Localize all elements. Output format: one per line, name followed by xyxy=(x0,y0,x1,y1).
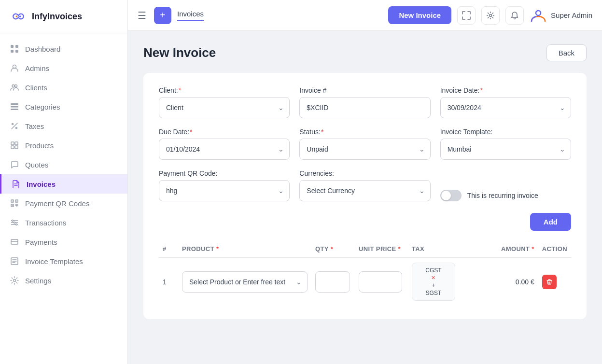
svg-rect-0 xyxy=(11,45,14,48)
sidebar-item-payment-qr-codes[interactable]: Payment QR Codes xyxy=(0,194,127,213)
trash-icon xyxy=(546,279,553,285)
invoice-date-wrapper: ⌄ xyxy=(440,97,571,118)
sidebar-item-invoice-templates[interactable]: Invoice Templates xyxy=(0,252,127,271)
tax-cgst-label: CGST xyxy=(425,267,441,274)
svg-rect-8 xyxy=(11,106,18,108)
svg-point-40 xyxy=(490,14,492,16)
main-area: ☰ + Invoices New Invoice Super Admin New… xyxy=(128,0,602,364)
sidebar-item-label: Payments xyxy=(25,238,57,246)
delete-row-button[interactable] xyxy=(542,275,557,289)
payment-qr-select[interactable]: hhg xyxy=(159,180,290,201)
sidebar-item-label: Settings xyxy=(25,277,51,285)
sidebar-nav: Dashboard Admins Clients Categories Taxe… xyxy=(0,33,127,364)
sidebar-item-dashboard[interactable]: Dashboard xyxy=(0,39,127,58)
status-field-group: Status:* Unpaid Paid ⌄ xyxy=(299,128,430,160)
invoice-num-input[interactable] xyxy=(299,97,430,118)
tax-plus-label: + xyxy=(432,282,435,289)
svg-rect-2 xyxy=(11,50,14,53)
svg-rect-14 xyxy=(11,146,14,149)
new-invoice-button[interactable]: New Invoice xyxy=(388,6,451,24)
sidebar-item-categories[interactable]: Categories xyxy=(0,97,127,116)
back-button[interactable]: Back xyxy=(546,44,587,61)
sidebar-item-label: Invoice Templates xyxy=(25,257,83,266)
invoice-template-select-wrapper: Mumbai ⌄ xyxy=(440,139,571,160)
tax-cell: CGST ✕ + SGST xyxy=(408,258,485,306)
bell-icon xyxy=(510,11,519,20)
sidebar: InfyInvoices Dashboard Admins Clients Ca… xyxy=(0,0,128,364)
sidebar-item-admins[interactable]: Admins xyxy=(0,58,127,78)
svg-point-39 xyxy=(14,280,16,282)
quotes-icon xyxy=(10,160,19,169)
invoice-template-select[interactable]: Mumbai xyxy=(440,139,571,160)
table-row: 1 Select Product or Enter free text ⌄ xyxy=(159,258,571,306)
svg-rect-21 xyxy=(12,201,13,202)
taxes-icon xyxy=(10,121,19,131)
sidebar-item-payments[interactable]: Payments xyxy=(0,232,127,252)
svg-rect-15 xyxy=(15,146,18,149)
page-title: New Invoice xyxy=(143,45,216,60)
currencies-select[interactable]: Select Currency xyxy=(299,180,430,201)
sidebar-item-label: Payment QR Codes xyxy=(25,199,89,208)
tax-x-icon: ✕ xyxy=(431,275,435,281)
currencies-field-group: Currencies: Select Currency ⌄ xyxy=(299,169,430,201)
sidebar-item-taxes[interactable]: Taxes xyxy=(0,116,127,136)
invoices-tab[interactable]: Invoices xyxy=(177,10,204,21)
form-row-3: Payment QR Code: hhg ⌄ Currencies: Selec… xyxy=(159,169,571,201)
invoice-date-input[interactable] xyxy=(440,97,571,118)
payments-icon xyxy=(10,237,19,247)
add-product-button[interactable]: Add xyxy=(530,213,571,231)
svg-point-30 xyxy=(12,220,14,222)
transactions-icon xyxy=(10,218,19,227)
invoice-templates-icon xyxy=(10,256,19,266)
sidebar-item-transactions[interactable]: Transactions xyxy=(0,213,127,232)
sidebar-item-label: Taxes xyxy=(25,122,44,130)
invoice-template-label: Invoice Template: xyxy=(440,128,571,136)
sidebar-item-invoices[interactable]: Invoices xyxy=(0,174,127,194)
col-header-amount: AMOUNT * xyxy=(485,240,538,258)
sidebar-item-label: Quotes xyxy=(25,161,48,169)
payment-qr-icon xyxy=(10,198,19,208)
product-cell: Select Product or Enter free text ⌄ xyxy=(178,258,311,306)
add-tab-button[interactable]: + xyxy=(154,7,171,24)
svg-rect-9 xyxy=(11,109,18,110)
gear-icon xyxy=(486,11,495,20)
svg-rect-1 xyxy=(15,45,18,48)
payment-qr-label: Payment QR Code: xyxy=(159,169,290,177)
invoice-table: # PRODUCT * QTY * UNIT PRICE * xyxy=(159,240,571,306)
sidebar-item-quotes[interactable]: Quotes xyxy=(0,155,127,174)
sidebar-item-clients[interactable]: Clients xyxy=(0,78,127,97)
row-num: 1 xyxy=(159,258,178,306)
settings-button[interactable] xyxy=(481,6,500,25)
menu-icon[interactable]: ☰ xyxy=(138,10,146,21)
svg-rect-3 xyxy=(15,50,18,53)
col-header-product: PRODUCT * xyxy=(178,240,311,258)
invoice-num-field-group: Invoice # xyxy=(299,86,430,118)
due-date-label: Due Date:* xyxy=(159,128,290,136)
table-header-row: # PRODUCT * QTY * UNIT PRICE * xyxy=(159,240,571,258)
user-avatar[interactable]: Super Admin xyxy=(530,7,592,24)
avatar-icon xyxy=(530,7,547,24)
unit-price-cell xyxy=(355,258,408,306)
action-cell xyxy=(538,258,571,306)
notifications-button[interactable] xyxy=(505,6,524,25)
client-select[interactable]: Client xyxy=(159,97,290,118)
qty-input[interactable] xyxy=(315,271,350,293)
product-select-wrapper: Select Product or Enter free text ⌄ xyxy=(182,271,308,293)
svg-rect-13 xyxy=(15,142,18,145)
sidebar-item-label: Dashboard xyxy=(25,45,60,53)
sidebar-item-products[interactable]: Products xyxy=(0,136,127,155)
due-date-input[interactable] xyxy=(159,139,290,160)
product-select[interactable]: Select Product or Enter free text xyxy=(182,271,308,293)
currencies-select-wrapper: Select Currency ⌄ xyxy=(299,180,430,201)
recurring-toggle[interactable] xyxy=(440,190,462,201)
status-select[interactable]: Unpaid Paid xyxy=(299,139,430,160)
products-icon xyxy=(10,140,19,150)
due-date-field-group: Due Date:* ⌄ xyxy=(159,128,290,160)
client-select-wrapper: Client ⌄ xyxy=(159,97,290,118)
client-field-group: Client:* Client ⌄ xyxy=(159,86,290,118)
recurring-label: This is recurring invoice xyxy=(467,192,538,199)
sidebar-item-settings[interactable]: Settings xyxy=(0,271,127,290)
fullscreen-button[interactable] xyxy=(457,6,476,25)
recurring-toggle-wrapper: This is recurring invoice xyxy=(440,190,571,201)
unit-price-input[interactable] xyxy=(359,271,402,293)
